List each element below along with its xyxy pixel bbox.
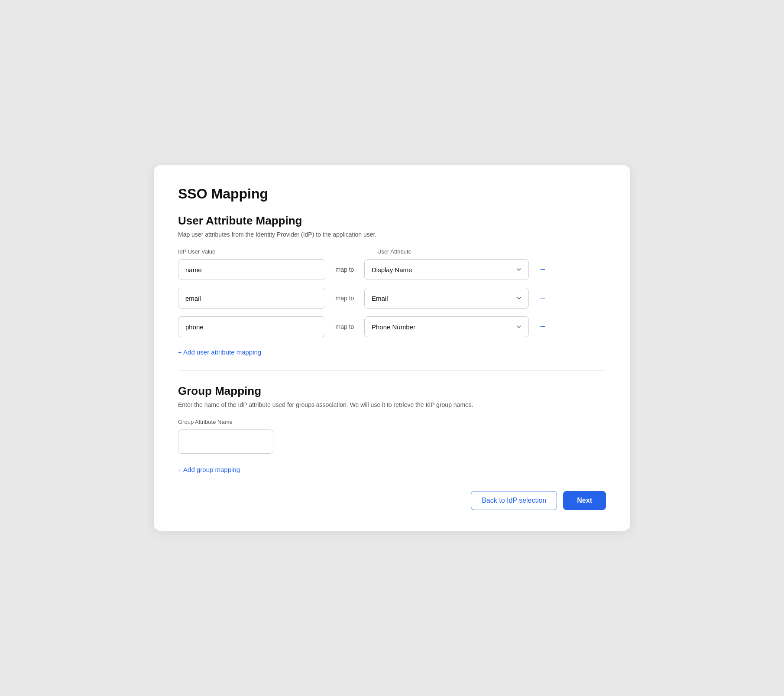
idp-column-label: IdP User Value [178,248,325,255]
map-to-label-2: map to [325,295,364,302]
map-to-label-1: map to [325,266,364,273]
attr-select-3[interactable]: Display Name Email Phone Number First Na… [364,316,529,337]
idp-input-2[interactable] [178,288,325,309]
mapping-row-2: map to Display Name Email Phone Number F… [178,288,606,309]
remove-mapping-2-button[interactable]: − [537,292,549,304]
page-title: SSO Mapping [178,186,606,202]
attr-select-1[interactable]: Display Name Email Phone Number First Na… [364,259,529,280]
footer-buttons: Back to IdP selection Next [178,491,606,510]
idp-input-1[interactable] [178,259,325,280]
idp-input-3[interactable] [178,316,325,337]
remove-mapping-3-button[interactable]: − [537,321,549,333]
column-headers: IdP User Value User Attribute [178,248,606,255]
group-attribute-label: Group Attribute Name [178,419,606,425]
section-divider [178,370,606,371]
group-mapping-title: Group Mapping [178,384,606,398]
mapping-row-3: map to Display Name Email Phone Number F… [178,316,606,337]
add-user-attribute-mapping-button[interactable]: + Add user attribute mapping [178,348,261,356]
next-button[interactable]: Next [563,491,606,510]
remove-mapping-1-button[interactable]: − [537,263,549,276]
attr-select-2[interactable]: Display Name Email Phone Number First Na… [364,288,529,309]
map-to-label-3: map to [325,323,364,330]
add-group-mapping-button[interactable]: + Add group mapping [178,466,240,473]
sso-mapping-card: SSO Mapping User Attribute Mapping Map u… [154,165,630,531]
user-attribute-mapping-description: Map user attributes from the Identity Pr… [178,231,606,238]
group-mapping-description: Enter the name of the IdP attribute used… [178,401,606,408]
back-to-idp-selection-button[interactable]: Back to IdP selection [471,491,557,510]
group-attribute-input[interactable] [178,429,273,454]
user-attribute-mapping-title: User Attribute Mapping [178,214,606,228]
mapping-row-1: map to Display Name Email Phone Number F… [178,259,606,280]
group-mapping-section: Group Mapping Enter the name of the IdP … [178,384,606,474]
attr-column-label: User Attribute [377,248,411,255]
user-attribute-mapping-section: User Attribute Mapping Map user attribut… [178,214,606,356]
